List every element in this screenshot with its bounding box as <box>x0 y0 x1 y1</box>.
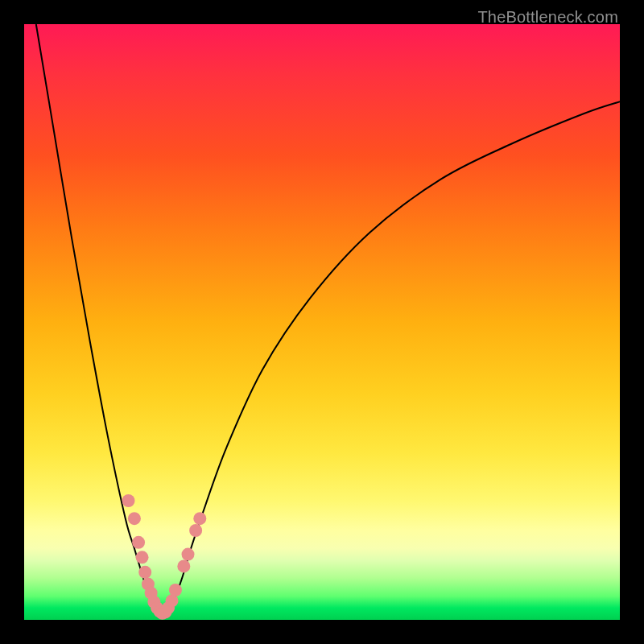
data-marker <box>138 566 151 579</box>
data-marker <box>136 551 149 564</box>
data-marker <box>193 512 206 525</box>
curve-right-branch <box>164 101 620 617</box>
data-marker <box>128 512 141 525</box>
chart-svg <box>24 24 620 620</box>
data-marker <box>182 548 195 561</box>
data-marker <box>189 524 202 537</box>
data-marker <box>132 536 145 549</box>
curve-left-branch <box>36 24 160 617</box>
data-marker <box>169 584 182 597</box>
curve-layer <box>36 24 620 617</box>
marker-layer <box>122 494 207 620</box>
data-marker <box>177 559 190 572</box>
data-marker <box>122 494 135 507</box>
plot-area <box>24 24 620 620</box>
watermark-text: TheBottleneck.com <box>477 8 618 27</box>
chart-frame: TheBottleneck.com <box>0 0 644 644</box>
